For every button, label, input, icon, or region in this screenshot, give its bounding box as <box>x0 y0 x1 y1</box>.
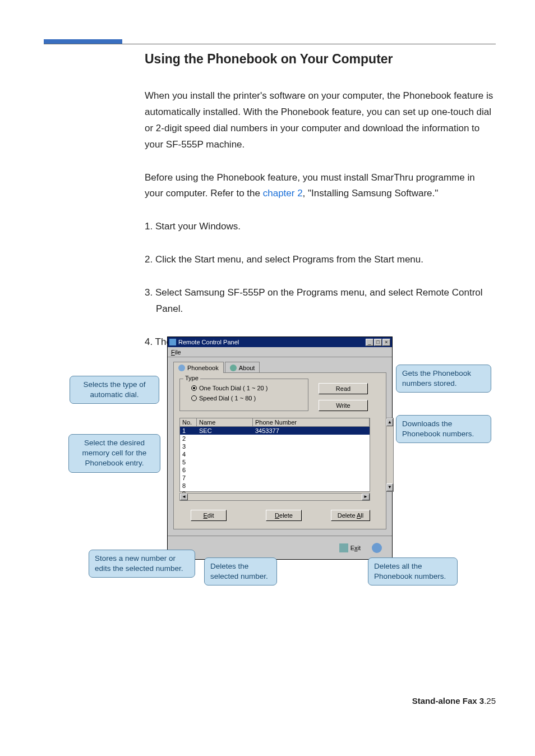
bold-text: Samsung SF-555P <box>185 287 265 298</box>
cell-no: 5 <box>180 458 197 466</box>
text: on the Programs menu, and select <box>265 287 416 298</box>
text: . <box>180 303 183 314</box>
cell-phone: 3453377 <box>253 427 370 435</box>
help-icon[interactable] <box>372 543 382 553</box>
col-name: Name <box>197 418 253 426</box>
exit-button[interactable]: Exit <box>339 543 361 552</box>
menu-bar: File <box>168 347 392 357</box>
edit-button[interactable]: Edit <box>191 510 227 521</box>
radio-icon <box>191 385 197 391</box>
col-phone: Phone Number <box>253 418 370 426</box>
page-footer: Stand-alone Fax 3.25 <box>412 696 496 706</box>
cell-no: 7 <box>180 474 197 482</box>
step-1: 1. Start your Windows. <box>145 219 496 235</box>
tab-label: Phonebook <box>187 365 219 371</box>
table-row[interactable]: 7 <box>180 474 370 482</box>
maximize-button[interactable]: □ <box>374 339 382 346</box>
window-title: Remote Control Panel <box>178 339 365 345</box>
scroll-up-icon[interactable]: ▲ <box>386 418 393 426</box>
scroll-down-icon[interactable]: ▼ <box>386 483 393 491</box>
window-bottom-bar: Exit <box>168 536 392 559</box>
file-menu[interactable]: File <box>171 349 181 356</box>
tab-phonebook[interactable]: Phonebook <box>173 362 224 373</box>
cell-no: 2 <box>180 435 197 442</box>
write-button[interactable]: Write <box>319 400 368 411</box>
cell-name: SEC <box>197 427 253 435</box>
file-menu-label: ile <box>175 349 181 356</box>
tab-strip: Phonebook About <box>173 362 386 373</box>
page-title: Using the Phonebook on Your Computer <box>145 52 496 67</box>
footer-section: Stand-alone Fax <box>412 696 477 706</box>
table-header: No. Name Phone Number <box>180 418 370 427</box>
window-titlebar[interactable]: Remote Control Panel _ □ × <box>168 337 392 347</box>
table-row[interactable]: 6 <box>180 466 370 474</box>
bold-text: Start <box>195 254 215 265</box>
scroll-left-icon[interactable]: ◄ <box>180 494 188 500</box>
scroll-right-icon[interactable]: ► <box>362 494 370 500</box>
callout-type: Selects the type of automatic dial. <box>70 376 159 404</box>
callout-delete: Deletes the selected number. <box>204 557 277 586</box>
cell-no: 4 <box>180 450 197 458</box>
horizontal-scrollbar[interactable]: ◄ ► <box>179 493 370 501</box>
chapter-2-link[interactable]: chapter 2 <box>263 188 303 199</box>
intro-paragraph-1: When you install the printer's software … <box>145 88 496 153</box>
table-row[interactable]: 8 <box>180 482 370 490</box>
delete-all-button[interactable]: Delete All <box>331 510 370 521</box>
phonebook-table[interactable]: No. Name Phone Number 1 SEC 3453377 2 3 … <box>179 418 370 492</box>
cell-no: 8 <box>180 482 197 490</box>
callout-memory-cell: Select the desired memory cell for the P… <box>68 434 160 473</box>
text: 3. Select <box>145 287 185 298</box>
window-body: Phonebook About Type One Touch Dial ( 1 … <box>168 357 392 559</box>
read-button[interactable]: Read <box>319 383 368 394</box>
table-row[interactable]: 2 <box>180 435 370 442</box>
text: 2. Click the <box>145 254 195 265</box>
phonebook-icon <box>178 365 185 371</box>
radio-label: Speed Dial ( 1 ~ 80 ) <box>199 395 256 402</box>
callout-edit: Stores a new number or edits the selecte… <box>89 550 195 578</box>
radio-speed-dial[interactable]: Speed Dial ( 1 ~ 80 ) <box>191 395 303 402</box>
text: from the Start menu. <box>334 254 423 265</box>
text: , "Installing Samsung Software." <box>303 188 439 199</box>
table-row[interactable]: 1 SEC 3453377 <box>180 427 370 435</box>
phonebook-panel: Type One Touch Dial ( 1 ~ 20 ) Speed Dia… <box>173 372 386 529</box>
about-icon <box>230 365 237 371</box>
text: menu, and select <box>215 254 293 265</box>
exit-label: Exit <box>350 545 361 551</box>
delete-button[interactable]: Delete <box>266 510 302 521</box>
remote-control-panel-window: Remote Control Panel _ □ × File Phoneboo… <box>167 336 393 560</box>
table-row[interactable]: 3 <box>180 442 370 450</box>
tab-label: About <box>239 365 255 371</box>
step-2: 2. Click the Start menu, and select Prog… <box>145 252 496 268</box>
bold-text: Programs <box>293 254 334 265</box>
cell-no: 3 <box>180 442 197 450</box>
type-groupbox: Type One Touch Dial ( 1 ~ 20 ) Speed Dia… <box>179 379 308 411</box>
callout-delete-all: Deletes all the Phonebook numbers. <box>368 557 458 586</box>
document-body: Using the Phonebook on Your Computer Whe… <box>145 52 496 367</box>
cell-no: 1 <box>180 427 197 435</box>
cell-no: 6 <box>180 466 197 474</box>
tab-about[interactable]: About <box>225 362 260 373</box>
intro-paragraph-2: Before using the Phonebook feature, you … <box>145 170 496 202</box>
header-rule-thin <box>44 44 496 44</box>
step-3: 3. Select Samsung SF-555P on the Program… <box>145 285 496 317</box>
callout-read: Gets the Phonebook numbers stored. <box>396 365 491 393</box>
header-rule-thick <box>44 39 122 44</box>
footer-page: .25 <box>484 696 496 706</box>
app-icon <box>169 339 176 345</box>
minimize-button[interactable]: _ <box>366 339 373 346</box>
radio-icon <box>191 395 197 401</box>
table-row[interactable]: 4 <box>180 450 370 458</box>
exit-icon <box>339 543 348 552</box>
footer-chapter: 3 <box>479 696 484 706</box>
col-no: No. <box>180 418 197 426</box>
vertical-scrollbar[interactable]: ▲ ▼ <box>386 418 394 492</box>
close-button[interactable]: × <box>382 339 390 346</box>
table-row[interactable]: 5 <box>180 458 370 466</box>
callout-write: Downloads the Phonebook numbers. <box>396 415 491 443</box>
radio-one-touch[interactable]: One Touch Dial ( 1 ~ 20 ) <box>191 385 303 391</box>
group-label: Type <box>183 375 200 381</box>
radio-label: One Touch Dial ( 1 ~ 20 ) <box>199 385 268 391</box>
